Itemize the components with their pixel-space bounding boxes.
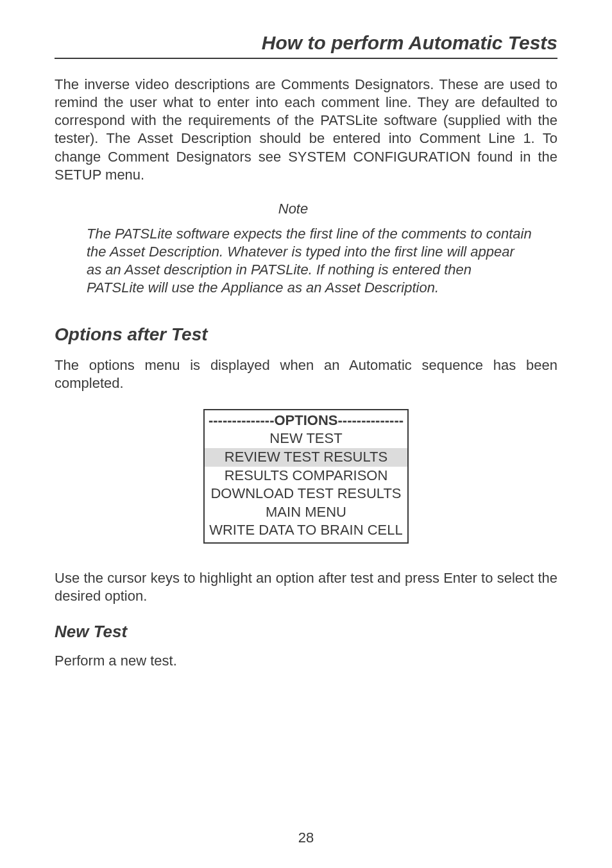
- new-test-paragraph: Perform a new test.: [55, 652, 557, 670]
- options-menu-item-new-test[interactable]: NEW TEST: [208, 430, 404, 448]
- options-menu-box: --------------OPTIONS-------------- NEW …: [203, 409, 409, 544]
- options-menu-item-main-menu[interactable]: MAIN MENU: [208, 503, 404, 522]
- options-intro-paragraph: The options menu is displayed when an Au…: [55, 356, 557, 392]
- options-box-container: --------------OPTIONS-------------- NEW …: [55, 409, 557, 544]
- intro-paragraph: The inverse video descriptions are Comme…: [55, 76, 557, 184]
- page-header-title: How to perform Automatic Tests: [55, 32, 557, 59]
- heading-new-test: New Test: [55, 622, 557, 642]
- note-label: Note: [29, 201, 557, 217]
- options-menu-item-results-comparison[interactable]: RESULTS COMPARISON: [208, 467, 404, 485]
- options-menu-item-write-data[interactable]: WRITE DATA TO BRAIN CELL: [208, 521, 404, 540]
- options-menu-item-review-results[interactable]: REVIEW TEST RESULTS: [205, 448, 407, 467]
- note-body: The PATSLite software expects the first …: [87, 225, 532, 297]
- after-options-paragraph: Use the cursor keys to highlight an opti…: [55, 569, 557, 605]
- options-menu-header: --------------OPTIONS--------------: [208, 412, 404, 430]
- options-menu-item-download-results[interactable]: DOWNLOAD TEST RESULTS: [208, 485, 404, 503]
- heading-options-after-test: Options after Test: [55, 324, 557, 345]
- page-number: 28: [0, 830, 612, 846]
